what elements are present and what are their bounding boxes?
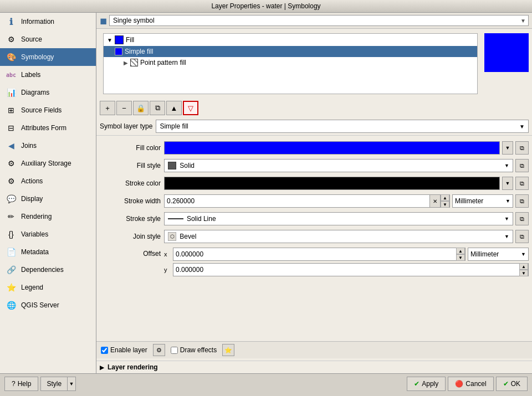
enable-layer-label: Enable layer xyxy=(110,346,147,354)
fill-color-row: Fill color ▼ ⧉ xyxy=(100,141,529,155)
renderer-select[interactable]: Single symbol Categorized Graduated Rule… xyxy=(113,17,525,24)
lock-button[interactable]: 🔒 xyxy=(133,101,149,115)
stroke-style-select-input[interactable]: Solid Line No Pen Dash Line xyxy=(187,215,504,223)
add-button[interactable]: + xyxy=(100,101,115,115)
sidebar-item-attributes-form[interactable]: ⊟ Attributes Form xyxy=(0,119,96,137)
tree-item-point-pattern[interactable]: ▶ Point pattern fill xyxy=(104,57,477,68)
fill-style-select-input[interactable]: Solid No brush xyxy=(180,162,504,169)
help-label: Help xyxy=(18,380,32,388)
stroke-color-arrow[interactable]: ▼ xyxy=(502,177,513,190)
sidebar-item-legend[interactable]: ⭐ Legend xyxy=(0,279,96,296)
style-main-button[interactable]: Style xyxy=(40,377,67,391)
draw-effects-settings[interactable]: ⭐ xyxy=(222,344,234,356)
ok-label: OK xyxy=(511,380,520,388)
stroke-width-input: ✕ ▲ ▼ xyxy=(164,194,450,208)
renderer-dropdown[interactable]: Single symbol Categorized Graduated Rule… xyxy=(109,15,529,26)
duplicate-button[interactable]: ⧉ xyxy=(150,101,165,115)
source-icon: ⚙ xyxy=(6,34,17,45)
fill-color-arrow[interactable]: ▼ xyxy=(502,141,513,155)
draw-effects-group: Draw effects xyxy=(171,346,217,354)
layer-type-select-input[interactable]: Simple fill Gradient fill Point pattern … xyxy=(160,122,519,130)
offset-x-spinners: ▲ ▼ xyxy=(456,248,465,261)
sidebar-item-joins[interactable]: ◀ Joins xyxy=(0,137,96,155)
fill-color-button[interactable] xyxy=(164,141,500,155)
remove-button[interactable]: − xyxy=(116,101,132,115)
offset-unit-select-input[interactable]: Millimeter Pixel Point xyxy=(470,250,521,258)
sidebar-item-source-fields[interactable]: ⊞ Source Fields xyxy=(0,101,96,119)
dependencies-icon: 🔗 xyxy=(6,264,17,275)
display-icon: 💬 xyxy=(6,193,17,204)
legend-icon: ⭐ xyxy=(6,282,17,293)
fill-style-row: Fill style Solid No brush ▼ ⧉ xyxy=(100,159,529,172)
stroke-style-select[interactable]: Solid Line No Pen Dash Line ▼ xyxy=(164,212,513,225)
fill-style-select[interactable]: Solid No brush ▼ xyxy=(164,159,513,172)
fill-color-label: Fill color xyxy=(100,144,161,152)
stroke-style-copy[interactable]: ⧉ xyxy=(515,212,529,225)
enable-layer-checkbox[interactable] xyxy=(101,347,108,354)
tree-item-fill[interactable]: ▼ Fill xyxy=(104,34,477,46)
sidebar-item-diagrams[interactable]: 📊 Diagrams xyxy=(0,84,96,101)
stroke-color-copy[interactable]: ⧉ xyxy=(515,177,529,190)
offset-y-up[interactable]: ▲ xyxy=(519,263,528,270)
source-fields-icon: ⊞ xyxy=(6,105,17,116)
move-up-button[interactable]: ▲ xyxy=(166,101,182,115)
enable-layer-settings[interactable]: ⚙ xyxy=(153,344,165,356)
sidebar-item-metadata[interactable]: 📄 Metadata xyxy=(0,243,96,261)
sidebar-item-symbology[interactable]: 🎨 Symbology xyxy=(0,48,96,66)
join-style-copy[interactable]: ⧉ xyxy=(515,230,529,243)
join-style-arrow: ▼ xyxy=(504,234,509,239)
sidebar-item-qgis-server[interactable]: 🌐 QGIS Server xyxy=(0,296,96,314)
offset-unit-select[interactable]: Millimeter Pixel Point ▼ xyxy=(468,248,529,261)
stroke-color-button[interactable] xyxy=(164,177,500,190)
stroke-width-up[interactable]: ▲ xyxy=(441,194,449,201)
sidebar-item-information[interactable]: ℹ Information xyxy=(0,13,96,30)
draw-effects-checkbox[interactable] xyxy=(171,347,178,354)
sidebar-item-auxiliary-storage[interactable]: ⚙ Auxiliary Storage xyxy=(0,155,96,172)
stroke-width-clear[interactable]: ✕ xyxy=(429,194,441,208)
offset-x-row: x ▲ ▼ Millimeter Pixel xyxy=(164,248,529,261)
sidebar-label-qgis-server: QGIS Server xyxy=(21,301,59,309)
sidebar-label-labels: Labels xyxy=(21,71,40,79)
tree-expand-point-pattern: ▶ xyxy=(124,60,128,66)
sidebar-item-actions[interactable]: ⚙ Actions xyxy=(0,172,96,190)
offset-y-down[interactable]: ▼ xyxy=(519,270,528,276)
stroke-width-spinners: ▲ ▼ xyxy=(441,194,449,208)
offset-x-down[interactable]: ▼ xyxy=(456,254,465,261)
stroke-width-unit-select[interactable]: Millimeter Pixel Point xyxy=(455,197,505,205)
renderer-icon: ◼ xyxy=(100,16,107,26)
offset-y-field[interactable] xyxy=(173,266,519,274)
fill-style-copy[interactable]: ⧉ xyxy=(515,159,529,172)
sidebar-label-rendering: Rendering xyxy=(21,213,52,220)
offset-x-up[interactable]: ▲ xyxy=(456,248,465,254)
join-style-select[interactable]: ⬡ Bevel Miter Round ▼ xyxy=(164,230,513,243)
stroke-width-field[interactable] xyxy=(165,197,429,205)
style-button-group: Style ▼ xyxy=(40,377,76,391)
layer-rendering-row[interactable]: ▶ Layer rendering xyxy=(96,361,532,373)
join-style-select-input[interactable]: Bevel Miter Round xyxy=(180,233,504,240)
fill-style-swatch xyxy=(168,162,176,169)
sidebar-item-variables[interactable]: {} Variables xyxy=(0,225,96,243)
sidebar-item-dependencies[interactable]: 🔗 Dependencies xyxy=(0,261,96,279)
layer-type-select[interactable]: Simple fill Gradient fill Point pattern … xyxy=(156,120,529,133)
sidebar-item-source[interactable]: ⚙ Source xyxy=(0,30,96,48)
ok-button[interactable]: ✔ OK xyxy=(496,377,528,391)
stroke-width-down[interactable]: ▼ xyxy=(441,201,449,208)
sidebar-item-labels[interactable]: abc Labels xyxy=(0,66,96,84)
move-down-button[interactable]: ▽ xyxy=(183,101,198,115)
sidebar-item-rendering[interactable]: ✏ Rendering xyxy=(0,208,96,225)
sidebar-label-auxiliary-storage: Auxiliary Storage xyxy=(21,160,71,167)
style-arrow-button[interactable]: ▼ xyxy=(67,377,76,391)
offset-x-field[interactable] xyxy=(173,250,456,258)
fill-color-copy[interactable]: ⧉ xyxy=(515,141,529,155)
stroke-width-unit[interactable]: Millimeter Pixel Point ▼ xyxy=(452,194,513,208)
style-label: Style xyxy=(47,380,62,388)
help-button[interactable]: ? Help xyxy=(4,377,38,391)
window-title: Layer Properties - water | Symbology xyxy=(211,2,320,10)
cancel-button[interactable]: 🔴 Cancel xyxy=(448,377,493,391)
tree-item-simple-fill[interactable]: Simple fill xyxy=(104,46,477,57)
joins-icon: ◀ xyxy=(6,140,17,151)
stroke-width-copy[interactable]: ⧉ xyxy=(515,194,529,208)
apply-button[interactable]: ✔ Apply xyxy=(407,377,446,391)
layer-type-arrow: ▼ xyxy=(519,124,525,130)
sidebar-item-display[interactable]: 💬 Display xyxy=(0,190,96,208)
